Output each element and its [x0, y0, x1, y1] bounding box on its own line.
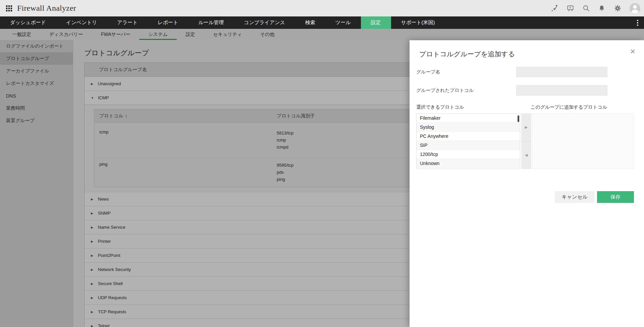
- gear-icon[interactable]: [613, 4, 622, 12]
- available-items: Filemaker Syslog PC Anywhere SIP 1200/tc…: [417, 114, 520, 168]
- bell-icon[interactable]: [598, 4, 606, 12]
- move-right-icon[interactable]: ▶: [521, 113, 531, 142]
- top-bar: Firewall Analyzer: [0, 0, 644, 16]
- list-item[interactable]: Unknown: [417, 159, 520, 168]
- drawer-title: プロトコルグループを追加する: [419, 50, 634, 59]
- nav-tab[interactable]: 設定: [361, 16, 391, 29]
- move-left-icon[interactable]: ◀: [521, 142, 531, 169]
- list-item[interactable]: PC Anywhere: [417, 132, 520, 141]
- kebab-menu-icon[interactable]: [631, 16, 644, 29]
- nav-tab[interactable]: ルール管理: [188, 16, 234, 29]
- target-protocols-label: このグループに追加するプロトコル: [531, 104, 607, 110]
- group-name-label: グループ名: [416, 69, 440, 75]
- list-item[interactable]: Syslog: [417, 123, 520, 132]
- nav-tab[interactable]: インベントリ: [56, 16, 107, 29]
- transfer-list-labels: 選択できるプロトコル このグループに追加するプロトコル: [416, 104, 634, 110]
- user-avatar[interactable]: [629, 3, 641, 14]
- nav-tab[interactable]: サポート(米国): [391, 16, 445, 29]
- list-item[interactable]: 1200/tcp: [417, 150, 520, 159]
- transfer-arrows: ▶ ◀: [521, 113, 531, 169]
- nav-tab[interactable]: 検索: [295, 16, 325, 29]
- target-protocols-list[interactable]: [532, 113, 634, 169]
- add-protocol-group-drawer: × プロトコルグループを追加する グループ名 グループされたプロトコル 選択でき…: [410, 40, 644, 327]
- nav-items: ダッシュボード インベントリ アラート レポート ルール管理 コンプライアンス …: [0, 16, 445, 29]
- nav-tab[interactable]: レポート: [148, 16, 188, 29]
- presentation-icon[interactable]: [566, 4, 574, 12]
- nav-tab[interactable]: ダッシュボード: [0, 16, 56, 29]
- available-protocols-label: 選択できるプロトコル: [416, 104, 531, 110]
- list-scrollbar-thumb[interactable]: [518, 115, 519, 122]
- app-title: Firewall Analyzer: [17, 4, 76, 13]
- available-protocols-list[interactable]: Filemaker Syslog PC Anywhere SIP 1200/tc…: [416, 113, 520, 169]
- grouped-protocols-input[interactable]: [516, 85, 607, 96]
- nav-tab[interactable]: ツール: [325, 16, 361, 29]
- list-item[interactable]: SIP: [417, 141, 520, 150]
- grouped-protocols-row: グループされたプロトコル: [416, 85, 607, 96]
- close-icon[interactable]: ×: [630, 47, 635, 56]
- topbar-icon-group: [550, 3, 642, 14]
- save-button[interactable]: 保存: [597, 191, 634, 203]
- nav-tab[interactable]: アラート: [107, 16, 148, 29]
- transfer-widget: Filemaker Syslog PC Anywhere SIP 1200/tc…: [416, 113, 634, 169]
- grouped-protocols-label: グループされたプロトコル: [416, 88, 474, 94]
- cancel-button[interactable]: キャンセル: [555, 191, 594, 203]
- nav-tab[interactable]: コンプライアンス: [234, 16, 295, 29]
- rocket-icon[interactable]: [550, 4, 558, 12]
- group-name-row: グループ名: [416, 67, 607, 77]
- search-icon[interactable]: [582, 4, 590, 12]
- drawer-actions: キャンセル 保存: [416, 191, 634, 203]
- list-item[interactable]: Filemaker: [417, 114, 520, 123]
- main-nav: ダッシュボード インベントリ アラート レポート ルール管理 コンプライアンス …: [0, 16, 644, 29]
- apps-grid-icon[interactable]: [5, 5, 13, 12]
- group-name-input[interactable]: [516, 67, 607, 77]
